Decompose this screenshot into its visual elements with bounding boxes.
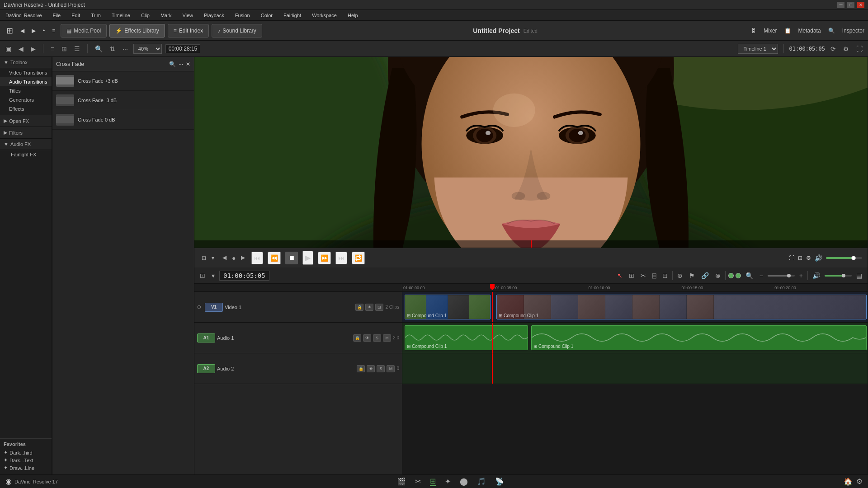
- bottom-deliver-icon[interactable]: 📡: [495, 477, 504, 486]
- tl-zoom-plus[interactable]: +: [797, 271, 805, 280]
- bottom-color-icon[interactable]: ⬤: [460, 477, 468, 486]
- tl-more-btn[interactable]: ▤: [854, 271, 864, 280]
- video-clip-2[interactable]: ⊞ Compound Clip 1: [496, 295, 867, 319]
- sort-btn2[interactable]: ⇅: [108, 44, 117, 53]
- stop-btn[interactable]: ■: [285, 252, 298, 264]
- timecode-extra-btn[interactable]: ⟳: [829, 44, 838, 53]
- workspace-icon[interactable]: ⊞: [4, 24, 16, 37]
- ruler[interactable]: 01:00:00:00 01:00:05:00 01:00:10:00 01:0…: [402, 284, 868, 292]
- tl-trim-btn[interactable]: ⊞: [627, 271, 636, 280]
- v1-eye-btn[interactable]: 👁: [365, 304, 373, 311]
- effects-library-tab[interactable]: ⚡ Effects Library: [109, 24, 165, 38]
- a1-lock-btn[interactable]: 🔒: [353, 334, 361, 342]
- menu-trim[interactable]: Trim: [89, 12, 103, 19]
- v1-expand[interactable]: ⬡: [197, 305, 201, 310]
- prev-clip-btn[interactable]: ◀: [17, 44, 25, 53]
- crossfade-item-1[interactable]: Cross Fade +3 dB: [52, 71, 194, 91]
- tl-mode-btn[interactable]: ⊡: [198, 271, 207, 280]
- fav-item-1[interactable]: ✦ Dark...hird: [4, 449, 48, 456]
- clip-mode-btn[interactable]: ⊡: [200, 254, 208, 262]
- davinci-logo[interactable]: ◉: [5, 477, 12, 486]
- tl-volume-slider[interactable]: [825, 275, 852, 277]
- inspector-icon[interactable]: 🔍: [826, 26, 838, 35]
- timeline-selector[interactable]: Timeline 1: [738, 44, 778, 54]
- menu-file[interactable]: File: [51, 12, 63, 19]
- menu-clip[interactable]: Clip: [139, 12, 151, 19]
- audio-clip-1[interactable]: ⊞ Compound Clip 1: [405, 325, 528, 350]
- a2-lock-btn[interactable]: 🔒: [357, 365, 365, 372]
- menu-timeline[interactable]: Timeline: [110, 12, 132, 19]
- tl-cursor-btn[interactable]: ↖: [615, 271, 624, 280]
- transport-settings-icon[interactable]: ⚙: [806, 255, 811, 261]
- tl-blade-btn[interactable]: ✂: [639, 271, 648, 280]
- fullscreen-btn[interactable]: ⛶: [854, 44, 864, 53]
- nav-prev-btn[interactable]: ◀: [221, 253, 228, 263]
- view-meta-btn[interactable]: ☰: [72, 44, 82, 53]
- bottom-cut-icon[interactable]: ✂: [415, 477, 421, 486]
- rewind-btn[interactable]: ⏪: [268, 252, 281, 264]
- tl-overwrite-btn[interactable]: ⊟: [660, 271, 670, 280]
- view-list-btn[interactable]: ≡: [49, 44, 56, 53]
- settings-btn[interactable]: ⚙: [841, 44, 851, 53]
- toolbox-video-transitions[interactable]: Video Transitions: [0, 68, 52, 77]
- timeline-playhead[interactable]: [492, 292, 493, 322]
- bottom-home-icon[interactable]: 🏠: [844, 477, 853, 486]
- bottom-fusion-icon[interactable]: ✦: [445, 477, 451, 486]
- transport-expand[interactable]: ▾: [210, 254, 216, 262]
- a2-s-btn[interactable]: S: [377, 365, 385, 372]
- edit-index-tab[interactable]: ≡ Edit Index: [168, 24, 209, 38]
- minimize-button[interactable]: ─: [837, 2, 844, 8]
- more-btn[interactable]: ···: [121, 44, 130, 53]
- search-btn[interactable]: 🔍: [93, 44, 104, 53]
- crossfade-close-icon[interactable]: ✕: [186, 61, 190, 67]
- toolbox-audio-transitions[interactable]: Audio Transitions: [0, 77, 52, 86]
- view-grid-btn[interactable]: ⊞: [60, 44, 69, 53]
- tl-flag-btn[interactable]: ⚑: [687, 271, 697, 280]
- go-start-btn[interactable]: ⏮: [251, 252, 263, 264]
- metadata-icon[interactable]: 📋: [782, 26, 794, 35]
- toolbox-fairlight-fx[interactable]: Fairlight FX: [0, 150, 52, 159]
- a1-eye-btn[interactable]: 👁: [363, 334, 371, 342]
- next-clip-btn[interactable]: ▶: [29, 44, 38, 53]
- mixer-icon[interactable]: 🎛: [748, 26, 759, 35]
- audio-fx-header[interactable]: ▼ Audio FX: [0, 139, 52, 150]
- sort-btn[interactable]: ≡: [49, 26, 58, 35]
- tl-resolve-btn[interactable]: ⊗: [713, 271, 722, 280]
- play-btn[interactable]: ▶: [302, 251, 313, 265]
- v1-link-btn[interactable]: ⊡: [375, 304, 383, 311]
- fav-item-3[interactable]: ✦ Draw...Line: [4, 464, 48, 472]
- open-fx-header[interactable]: ▶ Open FX: [0, 115, 52, 127]
- tl-color-dot-2[interactable]: [736, 273, 741, 278]
- crossfade-more-icon[interactable]: ···: [179, 61, 183, 67]
- nav-back-btn[interactable]: ◀: [18, 26, 27, 35]
- a1-m-btn[interactable]: M: [383, 334, 391, 342]
- crossfade-search-icon[interactable]: 🔍: [169, 61, 176, 67]
- preview-scrubber[interactable]: [194, 240, 868, 248]
- tl-zoom-slider[interactable]: [768, 275, 795, 277]
- crossfade-item-3[interactable]: Cross Fade 0 dB: [52, 110, 194, 130]
- nav-next-btn[interactable]: ▶: [239, 253, 247, 263]
- transport-pip-icon[interactable]: ⊡: [798, 255, 802, 261]
- volume-slider[interactable]: [826, 257, 862, 259]
- menu-edit[interactable]: Edit: [70, 12, 82, 19]
- tl-insert-btn[interactable]: ⌸: [651, 271, 658, 280]
- sound-library-tab[interactable]: ♪ Sound Library: [212, 24, 262, 38]
- crossfade-item-2[interactable]: Cross Fade -3 dB: [52, 91, 194, 110]
- bottom-media-icon[interactable]: 🎬: [397, 477, 406, 486]
- zoom-dropdown[interactable]: 40% 50% 75% 100%: [133, 44, 162, 54]
- maximize-button[interactable]: □: [847, 2, 854, 8]
- a2-eye-btn[interactable]: 👁: [367, 365, 375, 372]
- menu-mark[interactable]: Mark: [159, 12, 173, 19]
- close-button[interactable]: ✕: [857, 2, 864, 8]
- menu-davinci[interactable]: DaVinci Resolve: [4, 12, 44, 19]
- tl-snap-btn[interactable]: ⊕: [675, 271, 684, 280]
- menu-fairlight[interactable]: Fairlight: [282, 12, 303, 19]
- v1-lock-btn[interactable]: 🔒: [355, 304, 363, 311]
- a2-m-btn[interactable]: M: [387, 365, 395, 372]
- tl-link-btn[interactable]: 🔗: [699, 271, 711, 280]
- fav-item-2[interactable]: ✦ Dark...Text: [4, 456, 48, 464]
- media-pool-tab[interactable]: ▤ Media Pool: [61, 24, 107, 38]
- tl-color-dot-1[interactable]: [728, 273, 734, 278]
- video-clip-1[interactable]: ⊞ Compound Clip 1: [405, 295, 491, 319]
- tl-zoom-minus[interactable]: −: [758, 271, 765, 280]
